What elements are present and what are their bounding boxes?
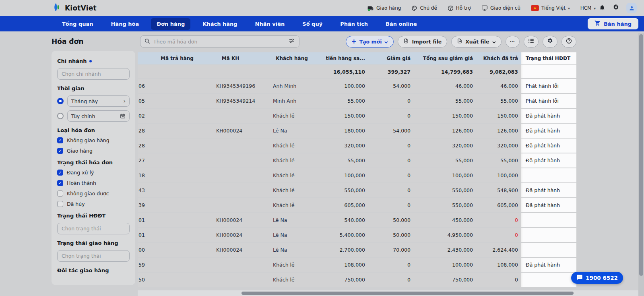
checkbox-option-2-0[interactable]: ✓Không giao hàng [57, 137, 130, 143]
horizontal-scrollbar[interactable] [138, 290, 638, 296]
checkbox-checked[interactable]: ✓ [57, 137, 63, 143]
column-header-ma_kh[interactable]: Mã KH [203, 52, 258, 64]
filter-sliders-icon[interactable] [289, 37, 295, 46]
import-file-label: Import file [412, 39, 442, 45]
vertical-scrollbar[interactable] [638, 33, 644, 296]
cell-invoice-code: 28 [138, 139, 151, 153]
settings-button[interactable] [543, 36, 557, 48]
radio-option-1-0[interactable]: Tháng này› [57, 95, 130, 107]
import-file-button[interactable]: Import file [398, 36, 447, 48]
nav-item-2[interactable]: Đơn hàng [151, 18, 190, 30]
column-header-khach_hang[interactable]: Khách hàng [258, 52, 326, 64]
column-header-ma_tra_hang[interactable]: Mã trả hàng [151, 52, 203, 64]
radio-option-1-1[interactable]: Tùy chỉnh [57, 110, 130, 122]
topbar-item-3[interactable]: Giao diện cũ [481, 5, 520, 11]
topbar-icon-buttons [599, 3, 637, 13]
nav-item-4[interactable]: Nhân viên [250, 18, 291, 30]
radio-selected[interactable] [57, 98, 64, 104]
radio-unselected[interactable] [57, 113, 64, 119]
chevron-right-icon[interactable]: › [123, 98, 126, 104]
table-row[interactable]: 59Khách lẻ108,0000100,000108,000Đã phát … [138, 258, 576, 272]
checkbox-option-2-1[interactable]: ✓Giao hàng [57, 148, 130, 154]
cell-khach-da-tra: 100,000 [476, 168, 521, 182]
cell-trang-thai-hddt: Đã phát hành [521, 183, 576, 197]
checkbox-unchecked[interactable] [57, 190, 63, 197]
filter-select-0[interactable]: Chọn chi nhánh [57, 68, 130, 80]
gear-icon[interactable] [613, 4, 619, 12]
support-phone-button[interactable]: 1900 6522 [571, 272, 623, 284]
table-row[interactable]: 27Khách lẻ55,000055,00055,000Đã phát hàn… [138, 153, 576, 168]
horizontal-scrollbar-thumb[interactable] [242, 292, 574, 295]
table-header-row: Mã trả hàngMã KHKhách hàngTổng tiền hàng… [138, 52, 576, 64]
column-header-khach_da_tra[interactable]: Khách đã trả [476, 52, 521, 64]
cell-trang-thai-hddt: Đã phát hành [521, 153, 576, 168]
cell-trang-thai-hddt: Đã phát hành [521, 139, 576, 153]
table-row[interactable]: 02Khách lẻ150,0000150,000150,000Đã phát … [138, 109, 576, 123]
checkbox-checked[interactable]: ✓ [57, 170, 63, 176]
checkbox-option-3-1[interactable]: ✓Hoàn thành [57, 180, 130, 186]
checkbox-checked[interactable]: ✓ [57, 148, 63, 154]
table-row[interactable]: 01KH000024Lê Na540,00050,000450,0000 [138, 213, 576, 227]
chevron-down-icon [492, 39, 496, 45]
nav-item-5[interactable]: Sổ quỹ [297, 18, 328, 30]
checkbox-unchecked[interactable] [57, 201, 63, 207]
topbar-item-2[interactable]: Hỗ trợ [448, 5, 471, 11]
table-row[interactable]: 28KH000024Lê Na180,00054,000126,000126,0… [138, 124, 576, 138]
cell-tong-sau: 46,000 [414, 79, 476, 93]
search-input[interactable] [153, 39, 285, 45]
column-header-stub[interactable] [138, 52, 151, 64]
nav-item-7[interactable]: Bán online [380, 18, 423, 30]
checkbox-option-3-0[interactable]: ✓Đang xử lý [57, 170, 130, 176]
summary-cell-tong_sau: 14,799,683 [414, 65, 476, 78]
topbar-item-1[interactable]: Chủ đề [411, 5, 437, 11]
cell-ma-kh [203, 258, 258, 272]
table-row[interactable]: 50Khách lẻ750,0000750,0000 [138, 273, 576, 287]
cell-tong-tien: 5,400,000 [326, 228, 368, 242]
summary-cell-tong_tien: 16,055,110 [326, 65, 368, 78]
checkbox-option-3-2[interactable]: Không giao được [57, 190, 130, 197]
calendar-icon[interactable] [120, 113, 126, 119]
column-header-tong_sau[interactable]: Tổng sau giảm giá [414, 52, 476, 64]
column-header-tong_tien[interactable]: Tổng tiền hàng sa... [326, 52, 368, 64]
topbar-item-0[interactable]: Giao hàng [367, 5, 401, 11]
more-actions-button[interactable]: ⋯ [506, 36, 520, 48]
filter-section-label: Đối tác giao hàng [57, 267, 130, 273]
table-row[interactable]: 28Khách lẻ320,0000320,000320,000Đã phát … [138, 139, 576, 153]
cell-khach-da-tra: 0 [476, 273, 521, 287]
user-icon[interactable] [626, 3, 637, 13]
vertical-scrollbar-thumb[interactable] [639, 34, 643, 276]
column-settings-button[interactable] [524, 36, 539, 48]
sell-button[interactable]: Bán hàng [588, 18, 638, 29]
filter-select-5[interactable]: Chọn trạng thái [57, 250, 130, 262]
table-row[interactable]: 18Khách lẻ100,0000100,000100,000 [138, 168, 576, 182]
column-header-trang_thai_hddt[interactable]: Trạng thái HĐĐT [521, 52, 576, 64]
nav-item-6[interactable]: Phân tích [334, 18, 374, 30]
bell-icon[interactable] [599, 4, 605, 12]
column-header-giam_gia[interactable]: Giảm giá [368, 52, 414, 64]
cell-ma-kh [203, 198, 258, 212]
table-row[interactable]: 01KH000024Lê Na5,400,00050,0004,950,0000 [138, 228, 576, 242]
create-new-button[interactable]: + Tạo mới [346, 36, 394, 48]
table-row[interactable]: 43Khách lẻ550,0000550,000548,900Đã phát … [138, 183, 576, 197]
topbar-item-4[interactable]: ★Tiếng Việt▾ [531, 5, 570, 11]
filter-select-4[interactable]: Chọn trạng thái [57, 223, 130, 234]
nav-item-3[interactable]: Khách hàng [197, 18, 243, 30]
table-row[interactable]: 05KH9345349214Minh Anh55,000055,00055,00… [138, 94, 576, 108]
table-row[interactable]: 06KH9345349196Anh Minh100,00054,00046,00… [138, 79, 576, 93]
cell-ma-tra-hang [151, 109, 203, 123]
vn-flag-icon: ★ [531, 5, 539, 11]
cell-giam-gia: 0 [368, 273, 414, 287]
search-box[interactable] [140, 35, 299, 48]
help-button[interactable] [561, 36, 576, 48]
topbar-item-5[interactable]: HCM▾ [580, 5, 596, 11]
table-row[interactable]: 39Khách lẻ605,0000550,000605,000Đã phát … [138, 198, 576, 212]
export-file-button[interactable]: Xuất file [451, 36, 501, 48]
nav-item-1[interactable]: Hàng hóa [105, 18, 144, 30]
checkbox-checked[interactable]: ✓ [57, 180, 63, 186]
checkbox-option-3-3[interactable]: Đã hủy [57, 201, 130, 207]
cell-invoice-code: 59 [138, 258, 151, 272]
brand[interactable]: KiotViet [52, 2, 97, 14]
table-row[interactable]: 00KH000024Lê Na2,700,00070,0002,430,0002… [138, 243, 576, 257]
nav-item-0[interactable]: Tổng quan [56, 18, 99, 30]
plus-icon: + [351, 38, 357, 45]
